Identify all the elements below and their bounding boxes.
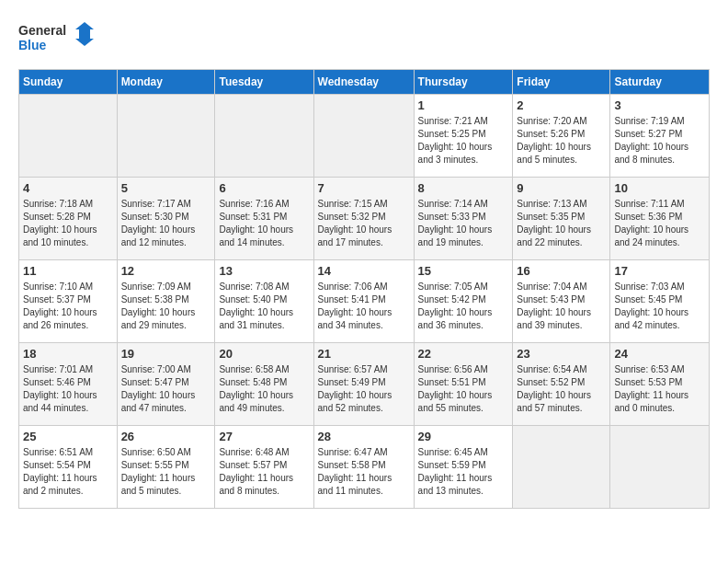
day-number: 28 xyxy=(318,430,410,443)
calendar-cell: 3Sunrise: 7:19 AM Sunset: 5:27 PM Daylig… xyxy=(610,95,710,178)
day-number: 8 xyxy=(418,181,509,195)
day-info: Sunrise: 7:10 AM Sunset: 5:37 PM Dayligh… xyxy=(23,281,113,332)
calendar-cell xyxy=(313,95,414,178)
weekday-header-sunday: Sunday xyxy=(19,70,118,95)
calendar-cell: 4Sunrise: 7:18 AM Sunset: 5:28 PM Daylig… xyxy=(19,178,118,260)
day-number: 26 xyxy=(121,430,211,443)
calendar-cell: 8Sunrise: 7:14 AM Sunset: 5:33 PM Daylig… xyxy=(414,178,513,260)
day-info: Sunrise: 7:15 AM Sunset: 5:32 PM Dayligh… xyxy=(318,198,410,249)
day-info: Sunrise: 6:51 AM Sunset: 5:54 PM Dayligh… xyxy=(23,446,113,498)
day-info: Sunrise: 7:08 AM Sunset: 5:40 PM Dayligh… xyxy=(219,281,309,332)
calendar-cell: 17Sunrise: 7:03 AM Sunset: 5:45 PM Dayli… xyxy=(610,260,710,343)
day-info: Sunrise: 7:14 AM Sunset: 5:33 PM Dayligh… xyxy=(418,198,509,249)
calendar-cell: 13Sunrise: 7:08 AM Sunset: 5:40 PM Dayli… xyxy=(215,260,313,343)
day-number: 4 xyxy=(23,181,113,195)
calendar-table: SundayMondayTuesdayWednesdayThursdayFrid… xyxy=(18,69,710,509)
day-info: Sunrise: 7:17 AM Sunset: 5:30 PM Dayligh… xyxy=(121,198,211,249)
day-info: Sunrise: 7:03 AM Sunset: 5:45 PM Dayligh… xyxy=(614,281,705,332)
day-info: Sunrise: 7:16 AM Sunset: 5:31 PM Dayligh… xyxy=(219,198,309,249)
calendar-cell xyxy=(19,95,118,178)
calendar-cell: 28Sunrise: 6:47 AM Sunset: 5:58 PM Dayli… xyxy=(313,426,414,509)
day-number: 1 xyxy=(418,98,509,112)
day-info: Sunrise: 6:58 AM Sunset: 5:48 PM Dayligh… xyxy=(219,363,309,415)
calendar-cell: 26Sunrise: 6:50 AM Sunset: 5:55 PM Dayli… xyxy=(117,426,215,509)
calendar-cell: 6Sunrise: 7:16 AM Sunset: 5:31 PM Daylig… xyxy=(215,178,313,260)
week-row-4: 18Sunrise: 7:01 AM Sunset: 5:46 PM Dayli… xyxy=(19,343,710,426)
calendar-cell: 1Sunrise: 7:21 AM Sunset: 5:25 PM Daylig… xyxy=(414,95,513,178)
logo: GeneralBlue xyxy=(18,18,101,60)
day-info: Sunrise: 6:48 AM Sunset: 5:57 PM Dayligh… xyxy=(219,446,309,498)
day-number: 13 xyxy=(219,264,309,278)
calendar-cell: 15Sunrise: 7:05 AM Sunset: 5:42 PM Dayli… xyxy=(414,260,513,343)
day-number: 2 xyxy=(517,98,606,112)
calendar-cell: 5Sunrise: 7:17 AM Sunset: 5:30 PM Daylig… xyxy=(117,178,215,260)
calendar-cell: 22Sunrise: 6:56 AM Sunset: 5:51 PM Dayli… xyxy=(414,343,513,426)
day-number: 12 xyxy=(121,264,211,278)
calendar-cell xyxy=(610,426,710,509)
day-number: 3 xyxy=(614,98,705,112)
day-number: 22 xyxy=(418,347,509,361)
day-info: Sunrise: 7:00 AM Sunset: 5:47 PM Dayligh… xyxy=(121,363,211,415)
day-info: Sunrise: 6:47 AM Sunset: 5:58 PM Dayligh… xyxy=(318,446,410,498)
calendar-cell: 29Sunrise: 6:45 AM Sunset: 5:59 PM Dayli… xyxy=(414,426,513,509)
calendar-cell: 19Sunrise: 7:00 AM Sunset: 5:47 PM Dayli… xyxy=(117,343,215,426)
day-info: Sunrise: 7:13 AM Sunset: 5:35 PM Dayligh… xyxy=(517,198,606,249)
weekday-header-saturday: Saturday xyxy=(610,70,710,95)
week-row-2: 4Sunrise: 7:18 AM Sunset: 5:28 PM Daylig… xyxy=(19,178,710,260)
day-number: 5 xyxy=(121,181,211,195)
day-info: Sunrise: 6:50 AM Sunset: 5:55 PM Dayligh… xyxy=(121,446,211,498)
day-number: 6 xyxy=(219,181,309,195)
day-info: Sunrise: 7:06 AM Sunset: 5:41 PM Dayligh… xyxy=(318,281,410,332)
calendar-cell: 14Sunrise: 7:06 AM Sunset: 5:41 PM Dayli… xyxy=(313,260,414,343)
svg-text:Blue: Blue xyxy=(18,38,47,52)
day-info: Sunrise: 7:09 AM Sunset: 5:38 PM Dayligh… xyxy=(121,281,211,332)
day-info: Sunrise: 7:20 AM Sunset: 5:26 PM Dayligh… xyxy=(517,115,606,167)
weekday-header-thursday: Thursday xyxy=(414,70,513,95)
calendar-cell xyxy=(215,95,313,178)
day-number: 11 xyxy=(23,264,113,278)
page-header: GeneralBlue xyxy=(18,18,710,60)
day-info: Sunrise: 7:05 AM Sunset: 5:42 PM Dayligh… xyxy=(418,281,509,332)
day-number: 27 xyxy=(219,430,309,443)
day-number: 23 xyxy=(517,347,606,361)
weekday-header-wednesday: Wednesday xyxy=(313,70,414,95)
day-number: 9 xyxy=(517,181,606,195)
weekday-header-row: SundayMondayTuesdayWednesdayThursdayFrid… xyxy=(19,70,710,95)
calendar-cell: 27Sunrise: 6:48 AM Sunset: 5:57 PM Dayli… xyxy=(215,426,313,509)
day-number: 19 xyxy=(121,347,211,361)
day-number: 24 xyxy=(614,347,705,361)
day-info: Sunrise: 6:54 AM Sunset: 5:52 PM Dayligh… xyxy=(517,363,606,415)
day-number: 16 xyxy=(517,264,606,278)
week-row-5: 25Sunrise: 6:51 AM Sunset: 5:54 PM Dayli… xyxy=(19,426,710,509)
day-info: Sunrise: 7:01 AM Sunset: 5:46 PM Dayligh… xyxy=(23,363,113,415)
calendar-cell: 25Sunrise: 6:51 AM Sunset: 5:54 PM Dayli… xyxy=(19,426,118,509)
day-number: 29 xyxy=(418,430,509,443)
day-info: Sunrise: 6:45 AM Sunset: 5:59 PM Dayligh… xyxy=(418,446,509,498)
day-number: 7 xyxy=(318,181,410,195)
calendar-cell: 24Sunrise: 6:53 AM Sunset: 5:53 PM Dayli… xyxy=(610,343,710,426)
week-row-3: 11Sunrise: 7:10 AM Sunset: 5:37 PM Dayli… xyxy=(19,260,710,343)
day-info: Sunrise: 6:57 AM Sunset: 5:49 PM Dayligh… xyxy=(318,363,410,415)
day-info: Sunrise: 7:11 AM Sunset: 5:36 PM Dayligh… xyxy=(614,198,705,249)
weekday-header-monday: Monday xyxy=(117,70,215,95)
week-row-1: 1Sunrise: 7:21 AM Sunset: 5:25 PM Daylig… xyxy=(19,95,710,178)
svg-text:General: General xyxy=(18,23,66,38)
calendar-cell: 7Sunrise: 7:15 AM Sunset: 5:32 PM Daylig… xyxy=(313,178,414,260)
day-info: Sunrise: 7:19 AM Sunset: 5:27 PM Dayligh… xyxy=(614,115,705,167)
calendar-cell: 11Sunrise: 7:10 AM Sunset: 5:37 PM Dayli… xyxy=(19,260,118,343)
calendar-cell: 23Sunrise: 6:54 AM Sunset: 5:52 PM Dayli… xyxy=(513,343,610,426)
day-info: Sunrise: 7:21 AM Sunset: 5:25 PM Dayligh… xyxy=(418,115,509,167)
calendar-cell: 16Sunrise: 7:04 AM Sunset: 5:43 PM Dayli… xyxy=(513,260,610,343)
day-number: 15 xyxy=(418,264,509,278)
weekday-header-friday: Friday xyxy=(513,70,610,95)
calendar-cell xyxy=(513,426,610,509)
calendar-cell: 21Sunrise: 6:57 AM Sunset: 5:49 PM Dayli… xyxy=(313,343,414,426)
calendar-cell: 20Sunrise: 6:58 AM Sunset: 5:48 PM Dayli… xyxy=(215,343,313,426)
day-number: 17 xyxy=(614,264,705,278)
day-number: 10 xyxy=(614,181,705,195)
day-number: 18 xyxy=(23,347,113,361)
day-info: Sunrise: 6:53 AM Sunset: 5:53 PM Dayligh… xyxy=(614,363,705,415)
calendar-cell: 12Sunrise: 7:09 AM Sunset: 5:38 PM Dayli… xyxy=(117,260,215,343)
calendar-cell: 2Sunrise: 7:20 AM Sunset: 5:26 PM Daylig… xyxy=(513,95,610,178)
day-info: Sunrise: 7:18 AM Sunset: 5:28 PM Dayligh… xyxy=(23,198,113,249)
